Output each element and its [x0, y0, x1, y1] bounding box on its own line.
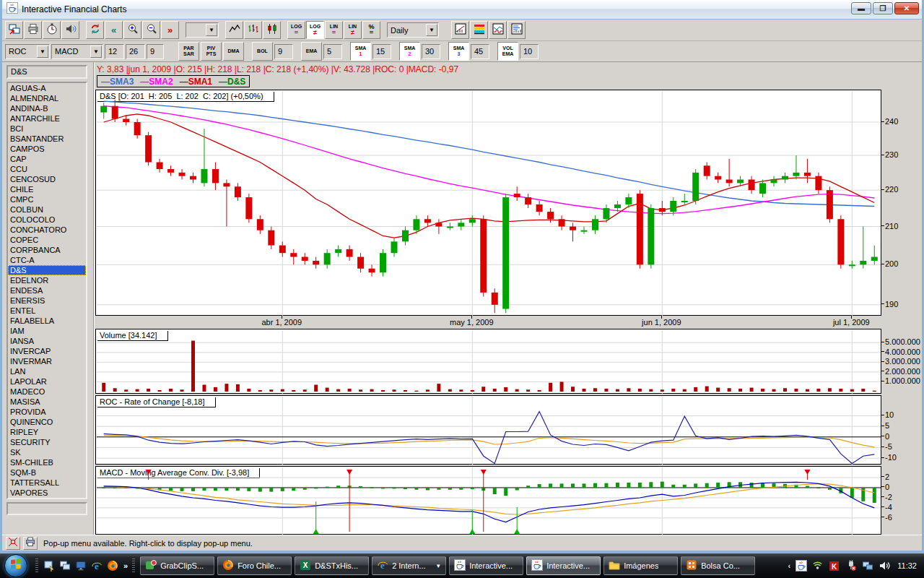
stock-list-item[interactable]: AGUAS-A: [8, 83, 86, 93]
macd-fast-field[interactable]: 12: [105, 44, 124, 59]
ie-icon[interactable]: e: [90, 559, 103, 572]
sma2-button[interactable]: SMA2: [399, 42, 420, 61]
refresh-button[interactable]: [86, 21, 104, 39]
power-tray-icon[interactable]: [845, 560, 857, 572]
java-tray-icon[interactable]: [795, 560, 807, 572]
stock-list-item[interactable]: CHILE: [8, 184, 86, 194]
tray-expand-chevron[interactable]: ‹: [788, 561, 791, 570]
bollinger-length-field[interactable]: 9: [274, 44, 293, 59]
stock-list-item[interactable]: CCU: [8, 164, 86, 174]
stock-list-item[interactable]: ENERSIS: [8, 296, 86, 306]
minimize-button[interactable]: ▬: [851, 2, 871, 14]
volema-length-field[interactable]: 10: [520, 44, 539, 59]
detach-window-button[interactable]: [5, 21, 23, 39]
combo-arrow-icon[interactable]: ▼: [37, 46, 48, 58]
titlebar[interactable]: Interactive Financial Charts ▬ ❐ ✕: [2, 0, 922, 20]
stock-list-item[interactable]: COLOCOLO: [8, 215, 86, 225]
stock-list-item[interactable]: D&S: [8, 265, 86, 275]
stock-list-item[interactable]: IAM: [8, 326, 86, 336]
taskbar-button[interactable]: e2 Intern...▼: [372, 556, 446, 575]
taskbar-button[interactable]: Interactive...: [449, 556, 523, 575]
log-notequal-button[interactable]: LOG≠: [306, 21, 324, 39]
kaspersky-tray-icon[interactable]: K: [828, 560, 840, 572]
stock-list-item[interactable]: ANDINA-B: [8, 103, 86, 113]
stock-list-item[interactable]: EDELNOR: [8, 275, 86, 285]
scroll-forward-button[interactable]: »: [161, 21, 179, 39]
stock-list-item[interactable]: CAP: [8, 154, 86, 164]
stock-list-item[interactable]: FALABELLA: [8, 316, 86, 326]
lin-equal-button[interactable]: LIN=: [325, 21, 343, 39]
combo-arrow-icon[interactable]: ▼: [206, 24, 217, 36]
ema-button[interactable]: EMA: [301, 42, 322, 61]
taskbar-button-dropdown-arrow[interactable]: ▼: [435, 563, 441, 569]
ohlc-chart-button[interactable]: [244, 21, 262, 39]
sma3-button[interactable]: SMA3: [448, 42, 469, 61]
lin-notequal-button[interactable]: LIN≠: [344, 21, 362, 39]
dma-button[interactable]: DMA: [223, 42, 244, 61]
stock-list-item[interactable]: COLBUN: [8, 204, 86, 215]
combo-arrow-icon[interactable]: ▼: [90, 46, 102, 58]
sound-button[interactable]: [61, 21, 79, 39]
stock-list-item[interactable]: RIPLEY: [8, 427, 86, 437]
pivpts-button[interactable]: PIVPTS: [201, 42, 222, 61]
stock-list-item[interactable]: INVERMAR: [8, 356, 86, 366]
print-chart-button[interactable]: [24, 21, 42, 39]
stock-list-item[interactable]: CORPBANCA: [8, 245, 86, 255]
symbol-field[interactable]: D&S: [6, 65, 87, 79]
compare-chart-button[interactable]: [489, 21, 507, 39]
roc-panel[interactable]: ROC - Rate of Change [-8,18]: [95, 395, 881, 465]
chart-style-button[interactable]: [451, 21, 469, 39]
stock-list-item[interactable]: SQM-B: [8, 467, 86, 478]
volume-panel[interactable]: Volume [34.142]: [95, 329, 881, 394]
zoom-out-button[interactable]: [142, 21, 160, 39]
percent-button[interactable]: %=: [362, 21, 380, 39]
volema-button[interactable]: VOLEMA: [497, 42, 518, 61]
stock-list-item[interactable]: IANSA: [8, 336, 86, 346]
taskbar-button[interactable]: Imágenes: [603, 556, 678, 575]
stock-list-item[interactable]: LAN: [8, 366, 86, 376]
stock-list-item[interactable]: BSANTANDER: [8, 134, 86, 144]
stock-list-item[interactable]: LAPOLAR: [8, 376, 86, 387]
switch-windows-icon[interactable]: [58, 559, 71, 572]
line-chart-button[interactable]: [225, 21, 243, 39]
close-button[interactable]: ✕: [894, 2, 919, 14]
quicklaunch-overflow-chevron[interactable]: »: [121, 561, 130, 570]
sma3-length-field[interactable]: 45: [471, 44, 489, 59]
report-button[interactable]: [507, 21, 526, 39]
sma1-length-field[interactable]: 15: [372, 44, 391, 59]
stock-list-item[interactable]: BCI: [8, 124, 86, 134]
scroll-back-button[interactable]: «: [105, 21, 123, 39]
stock-list-item[interactable]: CONCHATORO: [8, 225, 86, 235]
stock-list-item[interactable]: PROVIDA: [8, 407, 86, 417]
stock-list-item[interactable]: COPEC: [8, 235, 86, 245]
sma1-button[interactable]: SMA1: [350, 42, 371, 61]
colors-button[interactable]: [470, 21, 488, 39]
ema-length-field[interactable]: 5: [323, 44, 342, 59]
oscillator2-combo[interactable]: MACD▼: [51, 44, 103, 59]
monitor-icon[interactable]: [74, 559, 87, 572]
fit-chart-button[interactable]: [6, 537, 20, 550]
stock-list-item[interactable]: QUINENCO: [8, 417, 86, 427]
stock-list-item[interactable]: ENTEL: [8, 306, 86, 316]
stock-list-item[interactable]: ENDESA: [8, 285, 86, 296]
taskbar-button[interactable]: GrabClipS...: [140, 556, 214, 575]
macd-panel[interactable]: MACD - Moving Average Conv. Div. [-3,98]: [95, 466, 881, 535]
maximize-button[interactable]: ❐: [873, 2, 893, 14]
stock-list-item[interactable]: SK: [8, 447, 86, 457]
price-chart-panel[interactable]: D&S [O: 201 H: 205 L: 202 C: 202] (+0,50…: [95, 90, 881, 316]
parsar-button[interactable]: PARSAR: [178, 42, 199, 61]
print-status-button[interactable]: [23, 537, 38, 550]
stock-list-item[interactable]: CMPC: [8, 194, 86, 204]
stock-list-item[interactable]: SECURITY: [8, 437, 86, 447]
taskbar-button[interactable]: XD&STxHis...: [295, 556, 369, 575]
macd-signal-field[interactable]: 9: [147, 44, 164, 59]
bollinger-button[interactable]: BOL: [252, 42, 273, 61]
show-desktop-icon[interactable]: [43, 559, 56, 572]
candlestick-chart-button[interactable]: [263, 21, 281, 39]
scale-combo[interactable]: ▼: [186, 22, 219, 38]
stock-list-item[interactable]: CTC-A: [8, 255, 86, 265]
taskbar-button[interactable]: Interactive...: [526, 556, 601, 575]
interval-combo[interactable]: Daily▼: [387, 22, 439, 38]
sma2-length-field[interactable]: 30: [422, 44, 440, 59]
stock-list-item[interactable]: MADECO: [8, 387, 86, 397]
